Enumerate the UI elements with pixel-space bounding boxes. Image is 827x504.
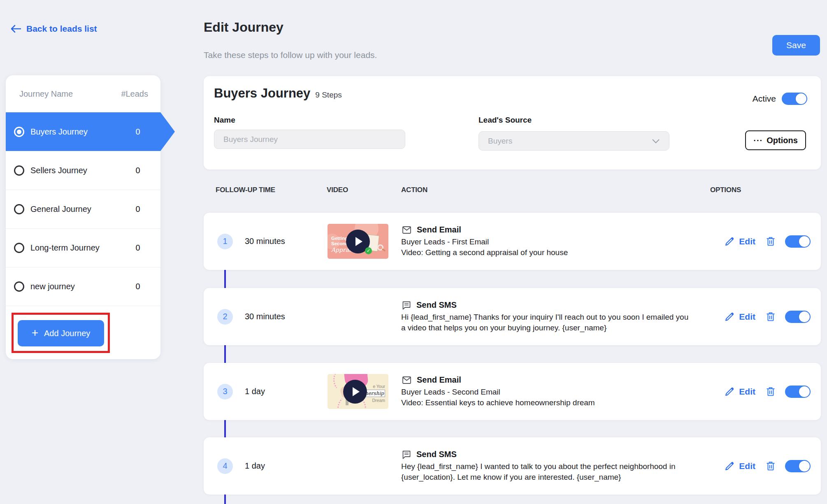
leads-column-header: #Leads <box>121 89 148 99</box>
step-action-cell: Send SMS Hey {lead_first_name} I wanted … <box>401 450 689 483</box>
add-journey-section: + Add Journey <box>6 306 160 359</box>
toggle-knob <box>799 386 810 397</box>
journey-settings-card: Buyers Journey 9 Steps Active Name Lead'… <box>204 76 821 170</box>
step-video-cell <box>328 448 388 483</box>
delete-step-icon[interactable] <box>765 386 776 397</box>
sidebar-item-long-term-journey[interactable]: Long-term Journey 0 <box>6 228 160 267</box>
step-followup-time: 30 minutes <box>245 237 328 246</box>
back-to-leads-link[interactable]: Back to leads list <box>10 24 97 34</box>
step-row-2: 2 30 minutes Send SMS Hi {lead_first_nam… <box>204 288 821 345</box>
action-video-line: Video: Essential keys to achieve homeown… <box>401 397 689 408</box>
pencil-icon <box>725 461 735 471</box>
edit-label: Edit <box>739 312 755 322</box>
step-options-cell: Edit <box>725 460 811 472</box>
back-link-label: Back to leads list <box>26 24 97 34</box>
lead-source-field-label: Lead's Source <box>479 116 532 125</box>
action-type: Send Email <box>417 375 461 385</box>
column-header-followup-time: FOLLOW-UP TIME <box>216 186 275 194</box>
toggle-knob <box>799 311 810 322</box>
column-header-video: VIDEO <box>327 186 348 194</box>
pencil-icon <box>725 311 735 322</box>
journey-name-input[interactable] <box>214 130 405 149</box>
delete-step-icon[interactable] <box>765 460 776 471</box>
journey-label: new journey <box>30 282 75 291</box>
radio-icon[interactable] <box>14 165 24 176</box>
step-number-badge: 3 <box>217 384 233 399</box>
step-video-cell <box>328 299 388 334</box>
radio-selected-icon[interactable] <box>14 127 24 137</box>
sms-icon <box>401 450 412 460</box>
step-enabled-toggle[interactable] <box>785 386 811 398</box>
step-enabled-toggle[interactable] <box>785 460 811 472</box>
options-label: Options <box>767 136 798 145</box>
sidebar-item-buyers-journey[interactable]: Buyers Journey 0 <box>6 112 160 151</box>
back-arrow-icon <box>10 24 21 33</box>
edit-step-button[interactable]: Edit <box>725 236 755 246</box>
edit-label: Edit <box>739 461 755 471</box>
magnifier-icon <box>377 244 383 251</box>
step-followup-time: 1 day <box>245 461 328 471</box>
video-thumbnail[interactable]: e Your nership Dream <box>328 374 388 409</box>
page-title: Edit Journey <box>204 20 283 35</box>
column-header-action: ACTION <box>401 186 427 194</box>
green-check-icon: ✓ <box>365 247 372 254</box>
edit-step-button[interactable]: Edit <box>725 311 755 322</box>
step-options-cell: Edit <box>725 311 811 323</box>
edit-step-button[interactable]: Edit <box>725 386 755 397</box>
edit-step-button[interactable]: Edit <box>725 461 755 471</box>
journey-list-panel: Journey Name #Leads Buyers Journey 0 Sel… <box>6 75 160 359</box>
play-icon[interactable] <box>343 380 367 404</box>
delete-step-icon[interactable] <box>765 311 776 322</box>
sidebar-item-sellers-journey[interactable]: Sellers Journey 0 <box>6 151 160 190</box>
selected-arrow-pointer <box>160 112 175 151</box>
step-action-cell: Send Email Buyer Leads - First Email Vid… <box>401 225 689 258</box>
toggle-knob <box>799 461 810 471</box>
journey-active-toggle[interactable] <box>782 93 807 105</box>
step-action-cell: Send Email Buyer Leads - Second Email Vi… <box>401 375 689 408</box>
delete-step-icon[interactable] <box>765 236 776 247</box>
save-button[interactable]: Save <box>772 35 820 56</box>
video-thumbnail[interactable]: Getting Second Appraisal ✓ <box>328 224 388 259</box>
add-journey-button[interactable]: + Add Journey <box>18 320 104 346</box>
page-subtitle: Take these steps to follow up with your … <box>204 50 377 60</box>
step-number-badge: 4 <box>217 458 233 474</box>
journey-label: Buyers Journey <box>30 127 88 137</box>
journey-label: Sellers Journey <box>30 166 87 175</box>
plus-icon: + <box>32 326 38 339</box>
options-button[interactable]: ··· Options <box>745 130 806 150</box>
edit-label: Edit <box>739 387 755 397</box>
step-enabled-toggle[interactable] <box>785 311 811 323</box>
journey-label: General Journey <box>30 204 91 214</box>
action-type: Send SMS <box>416 450 457 459</box>
more-dots-icon: ··· <box>753 136 763 145</box>
step-enabled-toggle[interactable] <box>785 235 811 248</box>
active-label: Active <box>753 94 776 104</box>
step-row-3: 3 1 day e Your nership Dream Send Email … <box>204 363 821 420</box>
action-type: Send SMS <box>416 300 457 310</box>
active-toggle-row: Active <box>753 93 807 105</box>
step-row-4: 4 1 day Send SMS Hey {lead_first_name} I… <box>204 437 821 495</box>
journey-label: Long-term Journey <box>30 243 100 253</box>
action-subtitle: Buyer Leads - Second Email <box>401 387 689 397</box>
action-video-line: Video: Getting a second appraisal of you… <box>401 247 689 258</box>
radio-icon[interactable] <box>14 204 24 214</box>
sidebar-item-new-journey[interactable]: new journey 0 <box>6 267 160 306</box>
name-field-label: Name <box>214 116 235 125</box>
step-action-cell: Send SMS Hi {lead_first_name} Thanks for… <box>401 300 689 333</box>
step-number-badge: 1 <box>217 234 233 249</box>
sms-message: Hi {lead_first_name} Thanks for your inq… <box>401 312 689 333</box>
journey-name-column-header: Journey Name <box>19 89 73 99</box>
radio-icon[interactable] <box>14 281 24 292</box>
pencil-icon <box>725 236 735 246</box>
toggle-knob <box>796 93 806 104</box>
add-journey-label: Add Journey <box>44 329 90 338</box>
radio-icon[interactable] <box>14 243 24 253</box>
journey-lead-count: 0 <box>132 166 144 175</box>
action-subtitle: Buyer Leads - First Email <box>401 237 689 247</box>
step-video-cell: e Your nership Dream <box>328 374 388 409</box>
journey-lead-count: 0 <box>132 127 144 137</box>
sidebar-item-general-journey[interactable]: General Journey 0 <box>6 190 160 228</box>
journey-list-header: Journey Name #Leads <box>6 75 160 112</box>
lead-source-select[interactable]: Buyers <box>479 131 669 151</box>
step-options-cell: Edit <box>725 386 811 398</box>
